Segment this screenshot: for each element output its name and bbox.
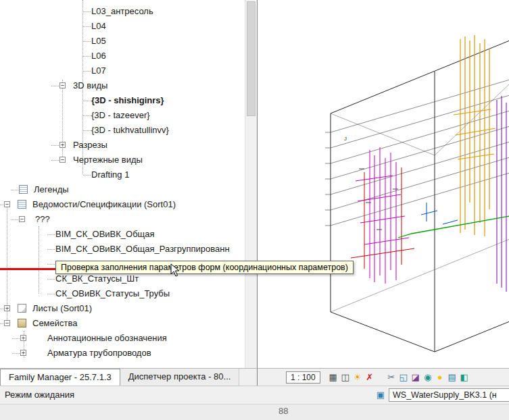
view-scale-button[interactable]: 1 : 100: [286, 371, 320, 384]
tree-connector: [47, 264, 55, 265]
tree-item-label: Легенды: [34, 184, 69, 194]
level-lines: [325, 80, 509, 226]
warning-underline: [0, 268, 55, 270]
model-bounding-box: [331, 41, 509, 352]
3d-model-drawing: J: [258, 0, 509, 368]
pipes-orange: [454, 35, 495, 236]
visual-style-icon[interactable]: ◫: [339, 371, 352, 384]
tab-family-manager[interactable]: Family Manager - 25.7.1.3: [0, 369, 120, 386]
tree-connector: [83, 26, 91, 27]
tree-item[interactable]: L05: [0, 34, 245, 49]
pipes-red: [351, 167, 414, 269]
view-control-bar: 1 : 100 ▦◫☀✗✂◱◪◉●▤◧: [257, 368, 509, 386]
view-annotation: J: [344, 136, 347, 142]
tree-connector: [51, 160, 59, 161]
collapse-icon[interactable]: −: [59, 82, 66, 88]
tree-item[interactable]: L03_антресоль: [0, 4, 245, 19]
expand-icon[interactable]: +: [4, 305, 10, 311]
tree-item-label: Разрезы: [73, 140, 107, 150]
central-model-icon: ▣: [375, 390, 386, 400]
tree-connector: [11, 219, 18, 220]
tree-connector: [12, 353, 20, 354]
tree-item-label: Листы (Sort01): [32, 303, 92, 313]
collapse-icon[interactable]: −: [4, 201, 10, 207]
schedule-icon: [18, 200, 26, 209]
expand-icon[interactable]: +: [59, 142, 66, 148]
status-text: Режим ожидания: [5, 390, 74, 400]
crop-region-icon[interactable]: ✂: [385, 371, 397, 384]
tree-item[interactable]: СК_ОВиВК_Статусы_Трубы: [0, 286, 245, 301]
tab-project-dispatcher[interactable]: Диспетчер проекта - 80...: [120, 369, 240, 386]
project-browser-tree[interactable]: L03_антресольL04L05L06L07−3D виды{3D - s…: [0, 0, 245, 368]
isolate-icon[interactable]: ◉: [422, 371, 434, 384]
tree-item-label: L03_антресоль: [91, 6, 153, 16]
tree-connector: [51, 86, 59, 86]
tree-item[interactable]: +Арматура трубопроводов: [0, 346, 245, 361]
tree-connector: [47, 279, 55, 280]
tree-scrollbar[interactable]: [245, 0, 257, 368]
sun-path-icon[interactable]: ☀: [352, 371, 364, 384]
tree-item[interactable]: −Ведомости/Спецификации (Sort01): [0, 197, 245, 212]
tree-item-label: Семейства: [32, 318, 78, 328]
pipes-blue: [421, 203, 458, 224]
tree-connector: [83, 11, 91, 12]
tree-item[interactable]: L06: [0, 49, 245, 63]
bottom-strip: 88: [0, 404, 509, 420]
tree-item[interactable]: BIM_СК_ОВиВК_Общая_Разгруппированн: [0, 242, 245, 257]
tree-item[interactable]: −Семейства: [0, 316, 245, 331]
collapse-icon[interactable]: −: [4, 320, 10, 326]
temporary-hide-icon[interactable]: ◪: [410, 371, 422, 384]
tree-item[interactable]: {3D - shishiginrs}: [0, 93, 245, 108]
collapse-icon[interactable]: −: [59, 157, 66, 163]
tree-item[interactable]: +Листы (Sort01): [0, 301, 245, 316]
worksharing-display-icon[interactable]: ▤: [446, 371, 458, 384]
schedule-icon: [19, 185, 28, 194]
tree-item[interactable]: L07: [0, 63, 245, 78]
tree-item[interactable]: BIM_СК_ОВиВК_Общая: [0, 227, 245, 242]
tree-item[interactable]: L04: [0, 19, 245, 34]
tree-item-label: Чертежные виды: [73, 155, 143, 165]
expand-icon[interactable]: +: [20, 350, 26, 356]
tree-item[interactable]: +Аннотационные обозначения: [0, 331, 245, 346]
tree-item-label: Арматура трубопроводов: [47, 348, 151, 358]
tree-item-label: Ведомости/Спецификации (Sort01): [32, 199, 176, 209]
tree-connector: [83, 175, 91, 176]
tree-item[interactable]: −???: [0, 212, 245, 227]
tree-item[interactable]: +Разрезы: [0, 138, 245, 153]
tree-connector: [83, 101, 91, 101]
tree-item[interactable]: Легенды: [0, 182, 245, 197]
tree-item[interactable]: {3D - tukhvatullinvv}: [0, 123, 245, 138]
tree-connector: [83, 41, 91, 42]
tree-item-label: СК_ОВиВК_Статусы_Трубы: [55, 288, 170, 298]
bottom-strip-text: 88: [278, 406, 288, 416]
tree-item-label: СК_ВК_Статусы_Шт: [55, 273, 139, 284]
tree-connector: [83, 115, 91, 116]
mouse-cursor: [170, 263, 180, 277]
tree-item[interactable]: −Чертежные виды: [0, 153, 245, 167]
model-box-inner-edges: [331, 84, 509, 312]
reveal-hidden-icon[interactable]: ●: [434, 371, 446, 384]
bottom-tab-bar: Family Manager - 25.7.1.3 Диспетчер прое…: [0, 368, 257, 386]
show-crop-icon[interactable]: ◱: [397, 371, 410, 384]
tree-item[interactable]: {3D - tazeever}: [0, 108, 245, 123]
tree-item-label: BIM_СК_ОВиВК_Общая_Разгруппированн: [55, 244, 230, 254]
scrollbar-thumb[interactable]: [247, 1, 256, 116]
sheet-icon: [18, 304, 26, 313]
pipes-magenta: [356, 147, 409, 284]
collapse-icon[interactable]: −: [19, 216, 25, 222]
pipes-purple: [497, 96, 506, 292]
3d-viewport[interactable]: J: [257, 0, 509, 368]
tree-item-label: {3D - shishiginrs}: [91, 95, 164, 105]
active-file-field[interactable]: WS_WaterSupply_BK3.1 (н: [389, 388, 509, 402]
tree-connector: [47, 294, 55, 294]
tree-item[interactable]: Drafting 1: [0, 167, 245, 182]
tree-item-label: Аннотационные обозначения: [47, 333, 167, 343]
shadows-off-icon[interactable]: ✗: [364, 371, 376, 384]
detail-level-icon[interactable]: ▦: [327, 371, 339, 384]
expand-icon[interactable]: +: [20, 335, 26, 341]
temporary-view-icon[interactable]: ◧: [458, 371, 470, 384]
tree-item-label: BIM_СК_ОВиВК_Общая: [55, 229, 155, 239]
tree-item-label: ???: [35, 214, 50, 224]
tree-item[interactable]: −3D виды: [0, 78, 245, 93]
tree-item-label: L07: [91, 65, 106, 76]
